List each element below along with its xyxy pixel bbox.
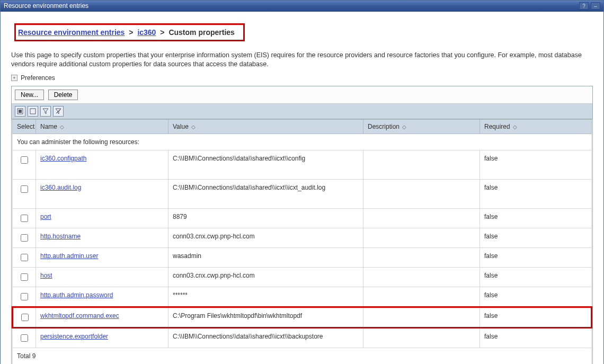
breadcrumb-current: Custom properties [168,28,234,37]
action-button-row: New... Delete [12,86,592,104]
row-checkbox[interactable] [21,156,28,164]
property-name-link[interactable]: persistence.exportfolder [40,333,108,340]
titlebar: Resource environment entries ? – [1,1,603,12]
table-row: ic360.configpathC:\\IBM\\Connections\\da… [13,150,592,179]
sort-icon: ◇ [402,124,406,130]
row-description-cell [363,208,480,228]
row-description-cell [363,247,480,267]
deselect-all-icon[interactable] [28,106,38,117]
col-header-required[interactable]: Required ◇ [480,119,592,134]
row-required-cell: false [480,307,592,327]
sort-icon: ◇ [191,124,196,130]
row-name-cell: host [36,267,168,287]
row-name-cell: persistence.exportfolder [36,327,168,348]
properties-table: Select Name ◇ Value ◇ Description ◇ Requ… [12,119,592,364]
breadcrumb-link-scope[interactable]: ic360 [137,28,156,37]
row-required-cell: false [480,267,592,287]
filter-icon[interactable] [40,106,51,117]
row-value-cell: conn03.cnx.cwp.pnp-hcl.com [168,267,363,287]
row-required-cell: false [480,287,592,307]
property-name-link[interactable]: http.auth.admin.password [40,291,113,299]
row-name-cell: http.hostname [36,228,168,247]
properties-table-container: New... Delete S [11,86,593,364]
new-button[interactable]: New... [15,90,44,100]
minimize-icon[interactable]: – [591,2,600,10]
row-select-cell [13,267,36,287]
row-required-cell: false [480,247,592,267]
table-row: http.hostnameconn03.cnx.cwp.pnp-hcl.comf… [13,228,592,247]
breadcrumb-link-root[interactable]: Resource environment entries [18,28,125,37]
col-header-name[interactable]: Name ◇ [36,119,168,134]
svg-rect-1 [19,110,22,113]
row-description-cell [363,287,480,307]
delete-button[interactable]: Delete [48,90,78,100]
row-checkbox[interactable] [21,215,28,222]
row-value-cell: wasadmin [168,247,363,267]
row-checkbox[interactable] [21,334,28,342]
col-header-description[interactable]: Description ◇ [363,119,480,134]
table-row: persistence.exportfolderC:\\IBM\\Connect… [13,327,592,348]
select-all-icon[interactable] [15,106,25,117]
row-select-cell [13,287,36,307]
table-row: http.auth.admin.password******false [13,287,592,307]
row-name-cell: http.auth.admin.user [36,247,168,267]
row-description-cell [363,179,480,208]
row-required-cell: false [480,150,592,179]
row-value-cell: C:\Program Files\wkhtmltopdf\bin\wkhtmlt… [168,307,363,327]
table-row: wkhtmltopdf.command.execC:\Program Files… [13,307,592,327]
row-select-cell [13,327,36,348]
row-checkbox[interactable] [21,273,28,281]
row-checkbox[interactable] [21,314,29,321]
row-name-cell: ic360.audit.log [36,179,168,208]
property-name-link[interactable]: port [40,213,51,220]
row-checkbox[interactable] [21,293,28,300]
clear-filter-icon[interactable] [53,106,64,117]
sort-icon: ◇ [513,124,517,130]
svg-rect-2 [30,109,35,114]
row-name-cell: http.auth.admin.password [36,287,168,307]
row-select-cell [13,247,36,267]
property-name-link[interactable]: http.auth.admin.user [40,252,98,260]
content-area: Resource environment entries > ic360 > C… [1,12,603,364]
breadcrumb-sep: > [129,28,133,37]
row-value-cell: ****** [168,287,363,307]
sort-icon: ◇ [60,124,64,130]
row-checkbox[interactable] [21,254,28,261]
total-row: Total 9 [13,348,592,364]
row-description-cell [363,307,480,327]
row-description-cell [363,228,480,247]
expand-icon[interactable]: + [11,75,17,81]
breadcrumb-sep: > [160,28,164,37]
admin-console-window: Resource environment entries ? – Resourc… [0,0,604,364]
table-row: hostconn03.cnx.cwp.pnp-hcl.comfalse [13,267,592,287]
row-name-cell: ic360.configpath [36,150,168,179]
titlebar-title: Resource environment entries [4,2,88,10]
row-value-cell: conn03.cnx.cwp.pnp-hcl.com [168,228,363,247]
property-name-link[interactable]: ic360.audit.log [40,184,81,191]
help-icon[interactable]: ? [579,2,589,10]
row-value-cell: C:\\IBM\\Connections\\data\\shared\\icxt… [168,327,363,348]
breadcrumb: Resource environment entries > ic360 > C… [11,19,593,46]
row-checkbox[interactable] [21,234,28,242]
table-row: ic360.audit.logC:\\IBM\\Connections\\dat… [13,179,592,208]
property-name-link[interactable]: host [40,272,52,279]
row-value-cell: C:\\IBM\\Connections\\data\\shared\\icxt… [168,150,363,179]
selection-icon-row [12,104,592,119]
row-select-cell [13,307,36,327]
preferences-toggle[interactable]: + Preferences [11,74,593,82]
property-name-link[interactable]: http.hostname [40,233,81,240]
property-name-link[interactable]: wkhtmltopdf.command.exec [40,312,119,319]
row-required-cell: false [480,228,592,247]
row-description-cell [363,327,480,348]
col-header-value[interactable]: Value ◇ [168,119,363,134]
row-required-cell: false [480,179,592,208]
row-checkbox[interactable] [21,185,28,193]
row-value-cell: 8879 [168,208,363,228]
property-name-link[interactable]: ic360.configpath [40,155,86,162]
col-header-select: Select [13,119,36,134]
row-select-cell [13,228,36,247]
row-name-cell: wkhtmltopdf.command.exec [36,307,168,327]
row-description-cell [363,267,480,287]
row-select-cell [13,208,36,228]
row-value-cell: C:\\IBM\\Connections\\data\\shared\\icxt… [168,179,363,208]
